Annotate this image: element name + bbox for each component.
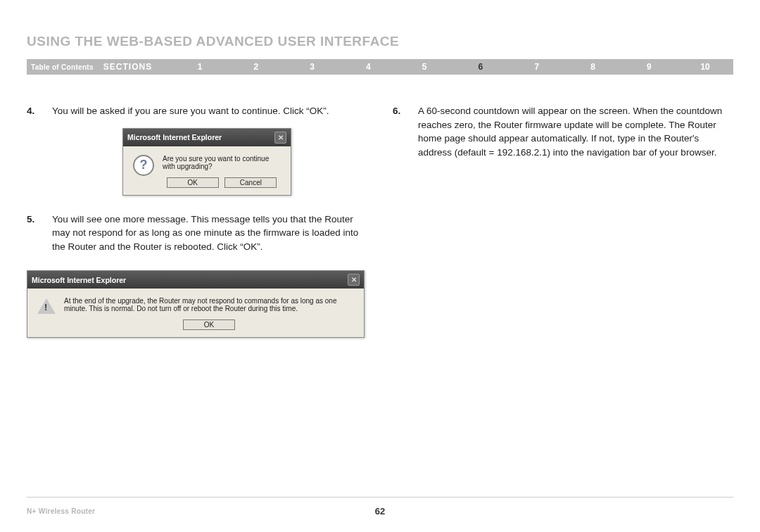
ok-button[interactable]: OK <box>183 319 235 330</box>
step-number: 5. <box>27 213 52 254</box>
step-number: 6. <box>393 104 418 159</box>
step-number: 4. <box>27 104 52 118</box>
warning-icon <box>37 298 56 314</box>
dialog-confirm-upgrade: Microsoft Internet Explorer ✕ ? Are you … <box>122 128 291 196</box>
step-text: You will see one more message. This mess… <box>52 213 367 254</box>
nav-section-2[interactable]: 2 <box>228 62 284 72</box>
nav-section-7[interactable]: 7 <box>509 62 565 72</box>
left-column: 4. You will be asked if you are sure you… <box>27 104 367 338</box>
nav-toc[interactable]: Table of Contents <box>27 63 103 71</box>
question-icon: ? <box>133 155 154 176</box>
close-icon[interactable]: ✕ <box>348 274 360 286</box>
dialog-titlebar: Microsoft Internet Explorer ✕ <box>123 129 291 146</box>
step-text: A 60-second countdown will appear on the… <box>418 104 733 159</box>
cancel-button[interactable]: Cancel <box>224 177 277 188</box>
page-footer: N+ Wireless Router 62 <box>27 497 733 515</box>
nav-section-4[interactable]: 4 <box>341 62 397 72</box>
dialog-title: Microsoft Internet Explorer <box>127 133 274 141</box>
nav-section-1[interactable]: 1 <box>172 62 228 72</box>
nav-section-3[interactable]: 3 <box>284 62 341 72</box>
page-title: USING THE WEB-BASED ADVANCED USER INTERF… <box>27 34 733 49</box>
nav-section-8[interactable]: 8 <box>565 62 621 72</box>
nav-section-10[interactable]: 10 <box>677 62 733 72</box>
step-4: 4. You will be asked if you are sure you… <box>27 104 367 118</box>
nav-sections-label: SECTIONS <box>103 62 172 72</box>
step-text: You will be asked if you are sure you wa… <box>52 104 367 118</box>
dialog-message: At the end of the upgrade, the Router ma… <box>64 297 354 312</box>
dialog-title: Microsoft Internet Explorer <box>32 276 348 284</box>
right-column: 6. A 60-second countdown will appear on … <box>393 104 733 338</box>
nav-section-6[interactable]: 6 <box>452 62 509 72</box>
close-icon[interactable]: ✕ <box>274 132 286 144</box>
ok-button[interactable]: OK <box>167 177 219 188</box>
nav-section-9[interactable]: 9 <box>621 62 677 72</box>
page-number: 62 <box>27 506 733 517</box>
dialog-upgrade-warning: Microsoft Internet Explorer ✕ At the end… <box>27 270 365 338</box>
dialog-titlebar: Microsoft Internet Explorer ✕ <box>27 271 364 289</box>
nav-section-5[interactable]: 5 <box>396 62 452 72</box>
section-nav: Table of Contents SECTIONS 1 2 3 4 5 6 7… <box>27 59 733 75</box>
dialog-message: Are you sure you want to continue with u… <box>163 155 281 170</box>
step-5: 5. You will see one more message. This m… <box>27 213 367 254</box>
step-6: 6. A 60-second countdown will appear on … <box>393 104 733 159</box>
